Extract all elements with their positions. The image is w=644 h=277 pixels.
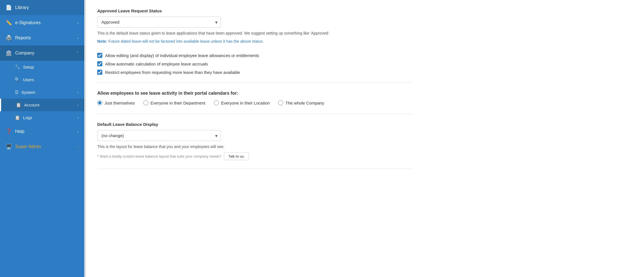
portal-calendars-section: Allow employees to see leave activity in… [97,91,412,105]
checkbox-restrict[interactable] [97,70,102,75]
main-content: Approved Leave Request Status Approved P… [84,0,644,277]
approved-leave-select[interactable]: Approved Pending Declined [97,17,221,28]
super-admin-icon: 🖥️ [6,144,12,150]
radio-everyone-location[interactable]: Everyone in their Location [214,100,270,105]
chevron-right-icon: ‹ [78,90,79,94]
sidebar-item-label: Super Admin [15,144,41,149]
help-icon: ❓ [6,128,12,135]
checkbox-allowances[interactable] [97,53,102,58]
sidebar-item-label: e-Signatures [15,20,41,25]
library-icon: 📄 [6,4,12,11]
chevron-down-icon: ˅ [77,51,79,55]
radio-whole-company[interactable]: The whole Company [278,100,324,105]
checkbox-row-3[interactable]: Restrict employees from requesting more … [97,70,412,75]
chevron-right-icon: ‹ [78,116,79,120]
setup-icon: 🔧 [15,64,20,70]
approved-leave-desc: This is the default leave status given t… [97,30,412,36]
sidebar-item-label: Company [15,51,34,56]
radio-everyone-department[interactable]: Everyone in their Department [143,100,205,105]
sidebar-subitem-label: Setup [23,65,34,69]
users-icon: 🔍 [15,77,20,82]
sidebar-subitem-account[interactable]: 📋 Account ‹ [0,99,84,111]
approved-leave-section: Approved Leave Request Status Approved P… [97,8,412,44]
sidebar-item-company[interactable]: 🏛️ Company ˅ [0,46,84,61]
note-body: Future dated leave will not be factored … [108,39,264,44]
radio-whole-company-input[interactable] [278,100,283,105]
sidebar-subitem-label: Logs [23,115,32,120]
sidebar-item-label: Help [15,129,24,134]
note-label: Note: [97,39,107,44]
leave-balance-desc: This is the layout for leave balance tha… [97,144,412,150]
checkbox-row-1[interactable]: Allow editing (and display) of individua… [97,53,412,58]
leave-balance-custom-text: * Want a totally custom leave balance la… [97,153,412,160]
checkbox-accruals[interactable] [97,61,102,66]
chevron-right-icon: ‹ [78,145,79,149]
talk-to-us-button[interactable]: Talk to us. [224,153,249,160]
radio-just-themselves[interactable]: Just themselves [97,100,135,105]
approved-leave-label: Approved Leave Request Status [97,8,412,13]
reports-icon: 🖨️ [6,35,12,41]
checkbox-label-2: Allow automatic calculation of employee … [105,62,208,66]
chevron-right-icon: ‹ [78,36,79,40]
logs-icon: 📋 [15,115,20,120]
radio-everyone-department-input[interactable] [143,100,148,105]
chevron-right-icon: ‹ [78,130,79,134]
checkbox-row-2[interactable]: Allow automatic calculation of employee … [97,61,412,66]
sidebar-subitem-setup[interactable]: 🔧 Setup [0,61,84,73]
custom-text-label: * Want a totally custom leave balance la… [97,154,221,158]
sidebar-item-label: Reports [15,35,31,40]
leave-balance-select-wrapper: (no change) List View Summary View [97,130,221,141]
portal-calendars-label: Allow employees to see leave activity in… [97,91,412,96]
checkbox-group: Allow editing (and display) of individua… [97,53,412,75]
radio-everyone-location-input[interactable] [214,100,219,105]
section-divider-2 [97,114,412,114]
radio-label-everyone-location: Everyone in their Location [221,101,270,105]
radio-label-everyone-department: Everyone in their Department [151,101,205,105]
leave-balance-select[interactable]: (no change) List View Summary View [97,130,221,141]
sidebar-item-super-admin[interactable]: 🖥️ Super Admin ‹ [0,139,84,154]
sidebar: 📄 Library ✏️ e-Signatures ‹ 🖨️ Reports ‹… [0,0,84,277]
company-icon: 🏛️ [6,50,12,56]
radio-label-just-themselves: Just themselves [105,101,135,105]
sidebar-subitem-users[interactable]: 🔍 Users [0,73,84,86]
chevron-right-icon: ‹ [78,21,79,25]
radio-just-themselves-input[interactable] [97,100,102,105]
chevron-right-icon: ‹ [78,103,79,107]
sidebar-item-esignatures[interactable]: ✏️ e-Signatures ‹ [0,15,84,30]
account-icon: 📋 [16,102,21,108]
sidebar-subitem-system[interactable]: ☰ System ‹ [0,86,84,99]
sidebar-subitem-label: System [21,90,35,95]
sidebar-item-label: Library [15,5,29,10]
section-divider-1 [97,83,412,83]
checkbox-label-1: Allow editing (and display) of individua… [105,53,259,58]
approved-leave-note: Note: Future dated leave will not be fac… [97,38,412,44]
approved-leave-select-wrapper: Approved Pending Declined [97,17,221,28]
sidebar-item-library[interactable]: 📄 Library [0,0,84,15]
esignatures-icon: ✏️ [6,20,12,26]
leave-balance-section: Default Leave Balance Display (no change… [97,122,412,160]
section-divider-3 [97,169,412,169]
radio-label-whole-company: The whole Company [285,101,324,105]
sidebar-subitem-label: Users [23,77,34,82]
checkbox-label-3: Restrict employees from requesting more … [105,70,240,75]
sidebar-subitem-logs[interactable]: 📋 Logs ‹ [0,111,84,124]
sidebar-item-reports[interactable]: 🖨️ Reports ‹ [0,30,84,46]
sidebar-item-help[interactable]: ❓ Help ‹ [0,124,84,139]
system-icon: ☰ [15,90,19,95]
sidebar-subitem-label: Account [24,103,39,107]
radio-group-portal: Just themselves Everyone in their Depart… [97,100,412,105]
leave-balance-label: Default Leave Balance Display [97,122,412,127]
